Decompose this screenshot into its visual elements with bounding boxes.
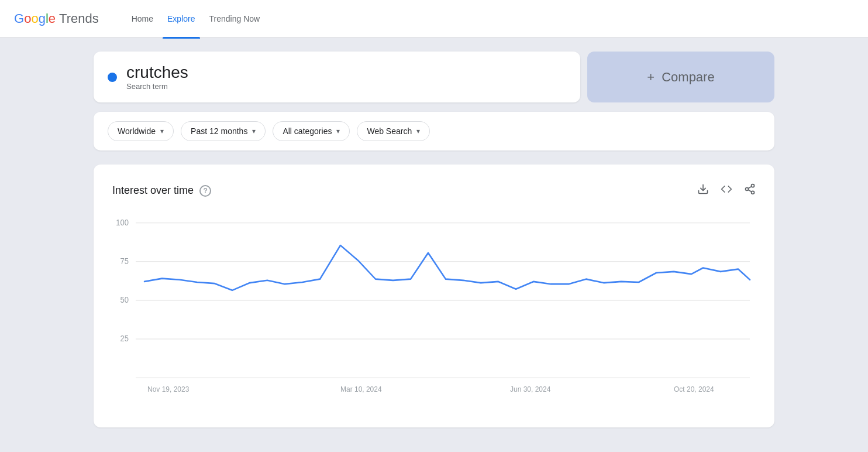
- chevron-down-icon: ▾: [252, 127, 256, 135]
- filter-time-label: Past 12 months: [191, 126, 247, 136]
- search-text-area: crutches Search term: [126, 63, 188, 91]
- compare-label: Compare: [662, 70, 714, 85]
- search-type-label: Search term: [126, 82, 188, 91]
- filter-region-label: Worldwide: [118, 126, 156, 136]
- chart-header: Interest over time ?: [112, 183, 756, 198]
- interest-over-time-chart: 100 75 50 25 Nov 19, 2023 Mar 10, 2024 J…: [112, 217, 756, 404]
- chart-svg: 100 75 50 25 Nov 19, 2023 Mar 10, 2024 J…: [112, 217, 756, 404]
- chevron-down-icon: ▾: [416, 127, 420, 135]
- filter-type[interactable]: Web Search ▾: [357, 121, 430, 141]
- download-icon[interactable]: [697, 183, 709, 198]
- svg-text:100: 100: [116, 218, 129, 227]
- svg-text:Jun 30, 2024: Jun 30, 2024: [510, 385, 550, 393]
- svg-text:50: 50: [120, 296, 129, 304]
- compare-box[interactable]: + Compare: [587, 52, 774, 102]
- chart-actions: [697, 183, 756, 198]
- svg-line-4: [748, 190, 752, 191]
- trend-line: [144, 245, 750, 290]
- search-box[interactable]: crutches Search term: [94, 52, 580, 102]
- main-content: crutches Search term + Compare Worldwide…: [0, 37, 868, 441]
- help-icon[interactable]: ?: [199, 185, 211, 197]
- nav-explore[interactable]: Explore: [163, 12, 199, 26]
- svg-text:25: 25: [120, 334, 129, 343]
- chart-section: Interest over time ? 100 75: [94, 165, 774, 427]
- filter-row: Worldwide ▾ Past 12 months ▾ All categor…: [94, 112, 774, 150]
- filter-category-label: All categories: [283, 126, 332, 136]
- embed-icon[interactable]: [721, 183, 732, 198]
- search-compare-row: crutches Search term + Compare: [94, 52, 774, 102]
- main-nav: Home Explore Trending Now: [127, 0, 264, 37]
- filter-region[interactable]: Worldwide ▾: [108, 121, 174, 141]
- nav-home[interactable]: Home: [127, 12, 158, 26]
- nav-trending-now[interactable]: Trending Now: [205, 12, 265, 26]
- app-header: Google Trends Home Explore Trending Now: [0, 0, 868, 37]
- chevron-down-icon: ▾: [160, 127, 164, 135]
- share-icon[interactable]: [744, 183, 756, 198]
- chart-title-area: Interest over time ?: [112, 184, 211, 197]
- compare-plus-icon: +: [647, 70, 655, 85]
- filter-category[interactable]: All categories ▾: [273, 121, 350, 141]
- svg-text:Oct 20, 2024: Oct 20, 2024: [674, 385, 714, 393]
- svg-text:Mar 10, 2024: Mar 10, 2024: [340, 385, 382, 393]
- chart-title: Interest over time: [112, 184, 194, 197]
- search-term-dot: [108, 73, 117, 82]
- google-wordmark: Google: [14, 11, 56, 26]
- logo: Google Trends: [14, 11, 99, 26]
- search-term-text: crutches: [126, 63, 188, 82]
- chevron-down-icon: ▾: [336, 127, 340, 135]
- svg-text:75: 75: [120, 257, 129, 266]
- svg-line-5: [748, 186, 752, 188]
- trends-wordmark: Trends: [59, 11, 99, 26]
- filter-time[interactable]: Past 12 months ▾: [181, 121, 266, 141]
- svg-text:Nov 19, 2023: Nov 19, 2023: [147, 385, 189, 393]
- filter-type-label: Web Search: [367, 126, 412, 136]
